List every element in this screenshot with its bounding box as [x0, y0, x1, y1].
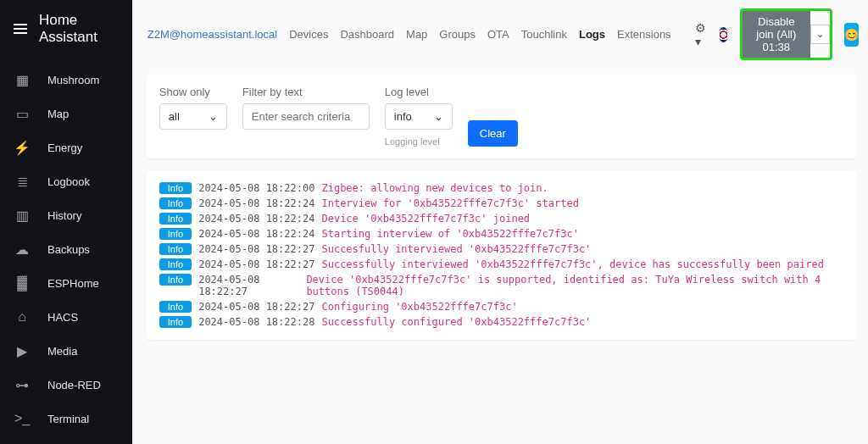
log-level-badge: Info: [159, 243, 192, 255]
join-dropdown-toggle[interactable]: ⌄: [810, 25, 830, 44]
log-level-badge: Info: [159, 182, 192, 194]
log-message: Interview for '0xb43522fffe7c7f3c' start…: [321, 197, 578, 209]
sidebar-item-energy[interactable]: ⚡Energy: [0, 130, 132, 164]
log-timestamp: 2024-05-08 18:22:24: [198, 197, 314, 209]
dashboard-icon: ▦: [14, 71, 31, 88]
show-only-value: all: [169, 110, 180, 123]
sidebar-item-media[interactable]: ▶Media: [0, 334, 132, 368]
sidebar-item-to-do-lists[interactable]: 📋To-do lists: [0, 436, 132, 444]
nav-logs[interactable]: Logs: [579, 28, 605, 41]
node-icon: ⊶: [14, 376, 31, 393]
log-row: Info2024-05-08 18:22:24Interview for '0x…: [159, 197, 843, 209]
log-timestamp: 2024-05-08 18:22:24: [198, 228, 314, 240]
log-level-select[interactable]: info⌄: [385, 103, 453, 130]
log-level-badge: Info: [159, 258, 192, 270]
chip-icon: ▓: [14, 275, 31, 291]
log-row: Info2024-05-08 18:22:27Device '0xb43522f…: [159, 274, 843, 297]
log-level-badge: Info: [159, 213, 192, 225]
sidebar-item-label: Energy: [47, 142, 82, 154]
log-level-badge: Info: [159, 301, 192, 313]
sidebar-item-label: Terminal: [47, 413, 89, 425]
disable-join-button[interactable]: Disable join (All) 01:38: [743, 11, 810, 58]
list-icon: ≣: [14, 173, 31, 190]
log-message: Zigbee: allowing new devices to join.: [321, 182, 548, 194]
filter-text-input[interactable]: [242, 103, 370, 130]
log-message: Succesfully interviewed '0xb43522fffe7c7…: [321, 243, 591, 255]
log-message: Device '0xb43522fffe7c7f3c' joined: [321, 213, 530, 225]
log-timestamp: 2024-05-08 18:22:27: [198, 301, 314, 313]
log-level-badge: Info: [159, 316, 192, 328]
sidebar-item-label: Mushroom: [47, 74, 99, 86]
log-row: Info2024-05-08 18:22:24Starting intervie…: [159, 228, 843, 240]
chevron-down-icon: ⌄: [434, 110, 443, 123]
sidebar-item-terminal[interactable]: >_Terminal: [0, 402, 132, 436]
nav-groups[interactable]: Groups: [439, 28, 476, 41]
sidebar-item-label: Media: [47, 345, 77, 358]
nav-extensions[interactable]: Extensions: [617, 28, 671, 41]
log-row: Info2024-05-08 18:22:27Successfully inte…: [159, 258, 843, 270]
nav-ota[interactable]: OTA: [487, 28, 509, 41]
sidebar-item-label: Backups: [47, 243, 90, 256]
main: Z2M@homeassistant.local DevicesDashboard…: [132, 0, 868, 444]
sidebar-item-esphome[interactable]: ▓ESPHome: [0, 266, 132, 300]
sidebar-items: ▦Mushroom▭Map⚡Energy≣Logbook▥History☁Bac…: [0, 58, 132, 444]
gear-icon[interactable]: ⚙ ▾: [695, 21, 707, 48]
hamburger-icon[interactable]: [14, 24, 27, 34]
logs-panel: Info2024-05-08 18:22:00Zigbee: allowing …: [146, 170, 857, 340]
log-message: Device '0xb43522fffe7c7f3c' is supported…: [306, 274, 843, 297]
chevron-down-icon: ⌄: [209, 110, 218, 123]
log-row: Info2024-05-08 18:22:00Zigbee: allowing …: [159, 182, 843, 194]
log-timestamp: 2024-05-08 18:22:28: [198, 316, 314, 328]
log-level-label: Log level: [385, 86, 453, 98]
smiley-button[interactable]: 😊: [844, 23, 859, 47]
lightning-icon: ⚡: [14, 139, 31, 156]
nav-devices[interactable]: Devices: [289, 28, 328, 41]
log-level-hint: Logging level: [385, 136, 453, 147]
sidebar-item-label: Logbook: [47, 175, 90, 188]
app-title: Home Assistant: [39, 12, 119, 46]
sidebar-item-map[interactable]: ▭Map: [0, 97, 132, 130]
map-marker-icon: ▭: [14, 105, 31, 122]
log-level-badge: Info: [159, 228, 192, 240]
sidebar-item-history[interactable]: ▥History: [0, 198, 132, 232]
content: Show only all⌄ Filter by text Log level …: [132, 65, 868, 348]
sidebar-item-label: ESPHome: [47, 277, 99, 290]
log-message: Starting interview of '0xb43522fffe7c7f3…: [321, 228, 578, 240]
log-level-badge: Info: [159, 274, 192, 286]
filter-panel: Show only all⌄ Filter by text Log level …: [146, 74, 857, 158]
play-icon: ▶: [14, 342, 31, 359]
log-level-value: info: [394, 110, 412, 123]
join-box: Disable join (All) 01:38 ⌄: [740, 8, 832, 60]
sidebar-item-hacs[interactable]: ⌂HACS: [0, 300, 132, 334]
sidebar-item-backups[interactable]: ☁Backups: [0, 232, 132, 266]
nav-dashboard[interactable]: Dashboard: [340, 28, 394, 41]
sidebar-item-label: Map: [47, 108, 69, 120]
terminal-icon: >_: [14, 410, 31, 427]
cloud-icon: ☁: [14, 241, 31, 258]
sidebar-item-mushroom[interactable]: ▦Mushroom: [0, 63, 132, 97]
log-message: Configuring '0xb43522fffe7c7f3c': [321, 301, 517, 313]
sidebar-item-node-red[interactable]: ⊶Node-RED: [0, 368, 132, 402]
nav-touchlink[interactable]: Touchlink: [521, 28, 567, 41]
sidebar-item-label: HACS: [47, 311, 78, 324]
brand-link[interactable]: Z2M@homeassistant.local: [147, 28, 277, 41]
log-timestamp: 2024-05-08 18:22:00: [198, 182, 314, 194]
show-only-select[interactable]: all⌄: [159, 103, 227, 130]
sidebar-item-label: Node-RED: [47, 379, 101, 391]
topbar-nav: DevicesDashboardMapGroupsOTATouchlinkLog…: [289, 28, 670, 41]
filter-text-label: Filter by text: [242, 86, 370, 98]
clear-button[interactable]: Clear: [468, 120, 518, 147]
sidebar-header: Home Assistant: [0, 0, 132, 58]
log-timestamp: 2024-05-08 18:22:24: [198, 213, 314, 225]
hacs-icon: ⌂: [14, 308, 31, 325]
disable-join-label: Disable join (All) 01:38: [751, 15, 802, 53]
flag-icon[interactable]: [719, 27, 728, 42]
show-only-label: Show only: [159, 86, 227, 98]
log-timestamp: 2024-05-08 18:22:27: [198, 274, 299, 297]
sidebar-item-logbook[interactable]: ≣Logbook: [0, 164, 132, 198]
log-level-badge: Info: [159, 197, 192, 209]
log-timestamp: 2024-05-08 18:22:27: [198, 243, 314, 255]
log-row: Info2024-05-08 18:22:27Configuring '0xb4…: [159, 301, 843, 313]
log-row: Info2024-05-08 18:22:24Device '0xb43522f…: [159, 213, 843, 225]
nav-map[interactable]: Map: [406, 28, 427, 41]
